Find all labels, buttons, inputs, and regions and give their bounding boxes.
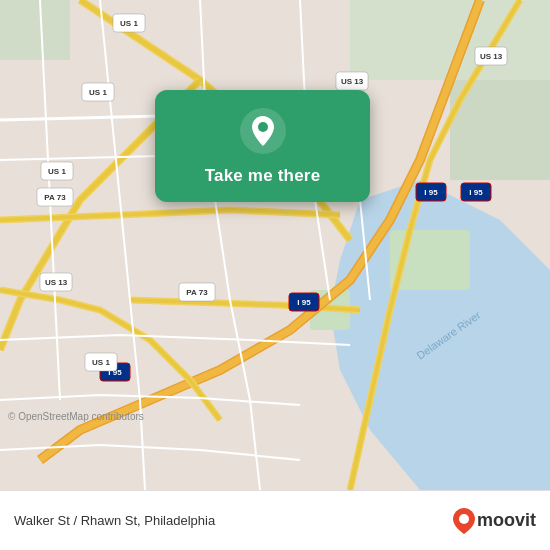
svg-text:US 1: US 1 (92, 358, 110, 367)
moovit-pin-icon (453, 508, 475, 534)
svg-point-36 (459, 514, 469, 524)
location-pin-icon (240, 108, 286, 154)
take-me-there-label: Take me there (205, 166, 321, 186)
svg-text:I 95: I 95 (469, 188, 483, 197)
svg-text:US 1: US 1 (120, 19, 138, 28)
copyright-text: © OpenStreetMap contributors (8, 411, 144, 422)
svg-rect-5 (0, 0, 70, 60)
svg-text:PA 73: PA 73 (44, 193, 66, 202)
svg-text:I 95: I 95 (297, 298, 311, 307)
svg-text:US 13: US 13 (45, 278, 68, 287)
bottom-bar: Walker St / Rhawn St, Philadelphia moovi… (0, 490, 550, 550)
svg-text:US 13: US 13 (480, 52, 503, 61)
svg-text:US 1: US 1 (89, 88, 107, 97)
moovit-logo-text: moovit (477, 510, 536, 531)
location-label: Walker St / Rhawn St, Philadelphia (14, 513, 215, 528)
svg-text:PA 73: PA 73 (186, 288, 208, 297)
svg-text:US 1: US 1 (48, 167, 66, 176)
svg-text:I 95: I 95 (424, 188, 438, 197)
map-container: Delaware River (0, 0, 550, 490)
svg-text:US 13: US 13 (341, 77, 364, 86)
take-me-there-card[interactable]: Take me there (155, 90, 370, 202)
svg-point-35 (258, 122, 268, 132)
moovit-logo: moovit (453, 508, 536, 534)
